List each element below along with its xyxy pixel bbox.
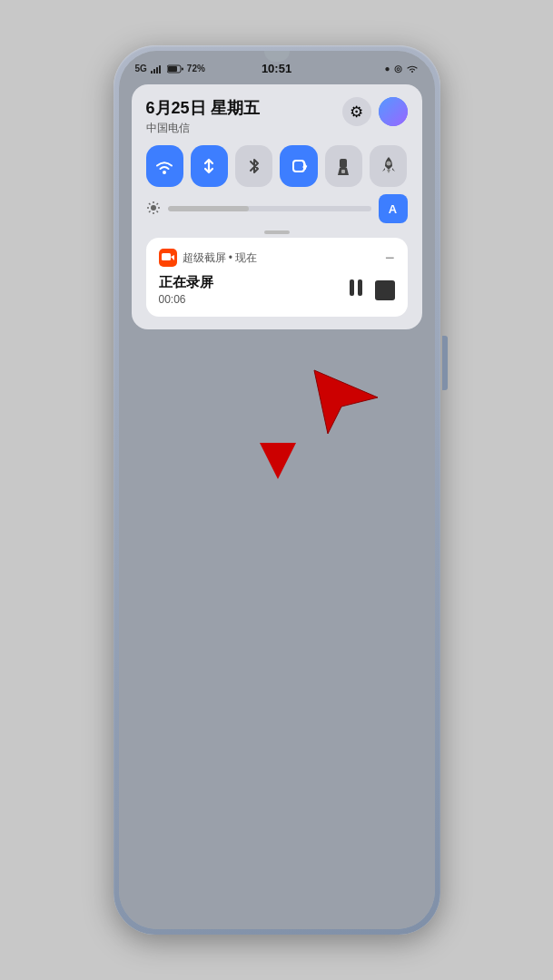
brightness-track[interactable] <box>168 206 371 211</box>
phone-frame: 5G 72% 10:51 ● <box>114 45 440 935</box>
toggle-rotate[interactable] <box>280 145 317 187</box>
svg-line-19 <box>156 211 158 212</box>
app-name: 超级截屏 • 现在 <box>183 250 258 266</box>
svg-rect-5 <box>168 66 177 72</box>
clock: 10:51 <box>262 62 291 75</box>
notification-panel: 6月25日 星期五 中国电信 ⚙ <box>132 84 422 329</box>
carrier-signal: 5G <box>135 64 147 74</box>
wifi-toggle-icon <box>154 158 174 174</box>
panel-icons: ⚙ <box>342 97 408 126</box>
scroll-pill <box>264 230 290 234</box>
flashlight-toggle-icon <box>336 155 351 177</box>
down-arrow-illustration <box>251 375 305 484</box>
pause-button[interactable] <box>348 278 364 302</box>
bluetooth-toggle-icon <box>247 156 262 176</box>
toggle-flashlight[interactable] <box>325 145 362 187</box>
status-right: ● ◎ <box>384 64 418 74</box>
screen-record-icon: ● <box>384 64 390 74</box>
screen-record-app-icon <box>162 252 174 263</box>
svg-rect-0 <box>151 71 153 74</box>
svg-point-13 <box>151 205 156 211</box>
toggle-data[interactable] <box>191 145 228 187</box>
fluid-icon-inner <box>379 97 408 126</box>
recording-info-row: 正在录屏 00:06 <box>159 274 395 306</box>
brightness-fill <box>168 206 250 211</box>
settings-icon-btn[interactable]: ⚙ <box>342 97 371 126</box>
stop-button[interactable] <box>375 280 395 300</box>
svg-rect-24 <box>350 279 354 296</box>
app-name-text: 超级截屏 <box>183 251 226 264</box>
volume-button[interactable] <box>442 336 448 390</box>
auto-brightness-btn[interactable]: A <box>379 194 408 223</box>
battery-status-icon <box>167 64 183 74</box>
recording-title: 正在录屏 <box>159 274 213 291</box>
wifi-icon <box>406 64 419 74</box>
svg-rect-25 <box>358 279 362 296</box>
location-icon: ◎ <box>394 64 402 74</box>
recording-card: 超级截屏 • 现在 − 正在录屏 00:06 <box>146 238 408 317</box>
svg-rect-8 <box>293 161 304 172</box>
fluid-icon-btn[interactable] <box>379 97 408 126</box>
date-text: 6月25日 星期五 <box>146 97 260 119</box>
toggle-rocket[interactable] <box>370 145 407 187</box>
data-toggle-icon <box>201 156 217 176</box>
rotate-toggle-icon <box>289 156 309 176</box>
toggle-wifi[interactable] <box>146 145 183 187</box>
brightness-row: A <box>146 194 408 223</box>
signal-icon <box>151 64 163 74</box>
cursor-arrow-illustration <box>310 366 382 438</box>
date-section: 6月25日 星期五 中国电信 <box>146 97 260 136</box>
quick-toggles <box>146 145 408 187</box>
phone-inner: 5G 72% 10:51 ● <box>119 51 435 929</box>
svg-marker-28 <box>314 370 378 434</box>
svg-line-21 <box>149 211 151 212</box>
recording-app-info: 超级截屏 • 现在 <box>159 249 258 267</box>
sun-icon <box>146 201 161 215</box>
svg-point-7 <box>163 171 166 174</box>
recording-card-header: 超级截屏 • 现在 − <box>159 249 395 267</box>
screen: 5G 72% 10:51 ● <box>119 51 435 929</box>
svg-rect-1 <box>153 69 155 74</box>
svg-rect-3 <box>159 65 161 74</box>
brightness-icon <box>146 201 161 218</box>
time-label: 现在 <box>235 251 257 264</box>
svg-rect-9 <box>340 159 347 168</box>
pause-icon <box>348 278 364 298</box>
recording-controls <box>348 278 395 302</box>
rocket-toggle-icon <box>380 155 398 177</box>
battery-pct: 72% <box>187 64 205 74</box>
status-left: 5G 72% <box>135 64 205 74</box>
panel-header: 6月25日 星期五 中国电信 ⚙ <box>146 97 408 136</box>
toggle-bluetooth[interactable] <box>235 145 272 187</box>
svg-marker-23 <box>171 255 174 260</box>
carrier-text: 中国电信 <box>146 121 260 136</box>
svg-line-20 <box>156 203 158 205</box>
gray-area <box>119 329 435 674</box>
svg-line-18 <box>149 203 151 205</box>
recording-timer: 00:06 <box>159 293 213 306</box>
scroll-indicator <box>146 230 408 234</box>
svg-rect-6 <box>182 67 183 70</box>
svg-marker-27 <box>260 443 296 479</box>
recording-text-block: 正在录屏 00:06 <box>159 274 213 306</box>
svg-point-12 <box>386 162 390 166</box>
svg-rect-22 <box>162 253 171 260</box>
collapse-button[interactable]: − <box>385 250 395 266</box>
app-icon-screen <box>159 249 177 267</box>
svg-rect-11 <box>341 170 345 173</box>
svg-rect-2 <box>156 67 158 74</box>
